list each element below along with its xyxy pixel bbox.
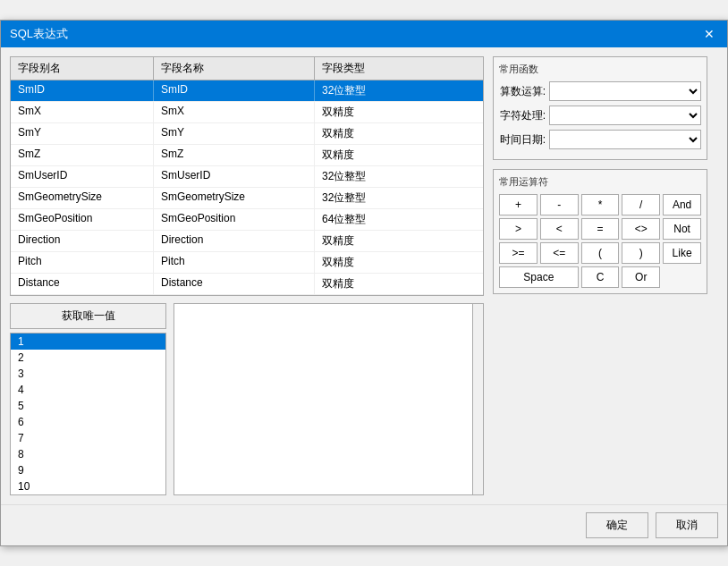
list-item[interactable]: 3: [11, 366, 165, 382]
title-bar: SQL表达式 ✕: [1, 21, 727, 47]
table-row[interactable]: SmX SmX 双精度: [11, 102, 483, 123]
expression-scrollbar[interactable]: [473, 303, 484, 495]
operator-button-[interactable]: >=: [499, 242, 538, 264]
expression-textarea[interactable]: [174, 303, 473, 495]
cell-alias: SmY: [11, 123, 154, 144]
cell-name: Direction: [154, 231, 315, 251]
list-item[interactable]: 1: [11, 334, 165, 350]
dialog-body: 字段别名 字段名称 字段类型 SmID SmID 32位整型 SmX SmX 双…: [1, 47, 727, 504]
table-row[interactable]: Pitch Pitch 双精度: [11, 252, 483, 274]
values-list[interactable]: 12345678910: [10, 333, 166, 495]
cell-name: SmY: [154, 123, 315, 144]
cell-name: SmGeoPosition: [154, 209, 315, 230]
field-table: 字段别名 字段名称 字段类型 SmID SmID 32位整型 SmX SmX 双…: [10, 56, 484, 296]
left-panel: 字段别名 字段名称 字段类型 SmID SmID 32位整型 SmX SmX 双…: [10, 56, 484, 495]
table-row[interactable]: Direction Direction 双精度: [11, 231, 483, 252]
cell-type: 双精度: [315, 231, 483, 251]
cell-type: 双精度: [315, 123, 483, 144]
operator-button-[interactable]: (: [581, 242, 620, 264]
operator-button-or[interactable]: Or: [622, 266, 660, 288]
bottom-left: 获取唯一值 12345678910: [10, 303, 484, 495]
list-item[interactable]: 9: [11, 462, 165, 478]
operator-button-[interactable]: *: [581, 194, 620, 215]
col-header-name: 字段名称: [154, 57, 315, 80]
table-row[interactable]: Distance Distance 双精度: [11, 274, 483, 295]
common-functions-section: 常用函数 算数运算: 字符处理: 时间日期:: [493, 56, 707, 160]
table-row[interactable]: SmGeoPosition SmGeoPosition 64位整型: [11, 209, 483, 231]
ok-button[interactable]: 确定: [586, 512, 648, 538]
list-item[interactable]: 8: [11, 446, 165, 462]
get-unique-button[interactable]: 获取唯一值: [10, 303, 166, 329]
value-panel: 获取唯一值 12345678910: [10, 303, 166, 495]
operator-button-like[interactable]: Like: [663, 242, 701, 264]
list-item[interactable]: 4: [11, 382, 165, 398]
cell-alias: SmID: [11, 80, 154, 101]
operator-button-[interactable]: >: [499, 218, 538, 240]
table-body: SmID SmID 32位整型 SmX SmX 双精度 SmY SmY 双精度 …: [11, 80, 483, 295]
cell-alias: Pitch: [11, 252, 154, 273]
table-row[interactable]: SmUserID SmUserID 32位整型: [11, 166, 483, 188]
cell-type: 双精度: [315, 102, 483, 122]
table-row[interactable]: SmGeometrySize SmGeometrySize 32位整型: [11, 188, 483, 209]
operator-button-[interactable]: =: [581, 218, 620, 240]
list-item[interactable]: 5: [11, 398, 165, 414]
cell-type: 32位整型: [315, 166, 483, 187]
sql-expression-dialog: SQL表达式 ✕ 字段别名 字段名称 字段类型 SmID SmID 32位整型 …: [0, 20, 728, 546]
operator-button-[interactable]: -: [540, 194, 579, 215]
dialog-title: SQL表达式: [10, 26, 68, 42]
cancel-button[interactable]: 取消: [656, 512, 718, 538]
dialog-footer: 确定 取消: [1, 504, 727, 545]
table-row[interactable]: SmID SmID 32位整型: [11, 80, 483, 102]
cell-alias: SmGeoPosition: [11, 209, 154, 230]
operator-button-[interactable]: ): [622, 242, 660, 264]
operator-button-c[interactable]: C: [581, 266, 620, 288]
list-item[interactable]: 7: [11, 430, 165, 446]
datetime-select[interactable]: [549, 130, 701, 149]
cell-type: 64位整型: [315, 209, 483, 230]
col-header-type: 字段类型: [315, 57, 483, 80]
cell-type: 双精度: [315, 274, 483, 294]
cell-alias: SmGeometrySize: [11, 188, 154, 208]
datetime-row: 时间日期:: [499, 130, 701, 149]
operators-grid: +-*/And><=<>Not>=<=()LikeSpaceCOr: [499, 194, 701, 288]
close-button[interactable]: ✕: [700, 27, 718, 41]
operator-button-[interactable]: <=: [540, 242, 579, 264]
operator-button-not[interactable]: Not: [663, 218, 701, 240]
math-label: 算数运算:: [499, 84, 546, 99]
cell-name: Distance: [154, 274, 315, 294]
list-item[interactable]: 6: [11, 414, 165, 430]
table-row[interactable]: SmY SmY 双精度: [11, 123, 483, 145]
operator-button-space[interactable]: Space: [499, 266, 579, 288]
list-item[interactable]: 2: [11, 350, 165, 366]
col-header-alias: 字段别名: [11, 57, 154, 80]
expression-wrapper: [174, 303, 484, 495]
cell-name: SmID: [154, 80, 315, 101]
operator-button-[interactable]: /: [622, 194, 660, 215]
math-select[interactable]: [549, 81, 701, 101]
cell-alias: SmX: [11, 102, 154, 122]
operator-button-[interactable]: <: [540, 218, 579, 240]
operator-button-and[interactable]: And: [663, 194, 701, 215]
right-panel: 常用函数 算数运算: 字符处理: 时间日期: 常用运算符 +-*/And><=<…: [493, 56, 707, 495]
cell-alias: SmZ: [11, 145, 154, 165]
cell-type: 双精度: [315, 252, 483, 273]
list-item[interactable]: 10: [11, 478, 165, 494]
cell-alias: Direction: [11, 231, 154, 251]
common-operators-section: 常用运算符 +-*/And><=<>Not>=<=()LikeSpaceCOr: [493, 169, 707, 294]
math-row: 算数运算:: [499, 81, 701, 101]
string-select[interactable]: [549, 106, 701, 125]
cell-type: 双精度: [315, 145, 483, 165]
operator-button-[interactable]: <>: [622, 218, 660, 240]
table-row[interactable]: SmZ SmZ 双精度: [11, 145, 483, 166]
cell-name: SmUserID: [154, 166, 315, 187]
cell-name: SmZ: [154, 145, 315, 165]
table-header: 字段别名 字段名称 字段类型: [11, 57, 483, 80]
cell-alias: SmUserID: [11, 166, 154, 187]
string-label: 字符处理:: [499, 108, 546, 123]
datetime-label: 时间日期:: [499, 132, 546, 148]
cell-name: SmGeometrySize: [154, 188, 315, 208]
cell-type: 32位整型: [315, 188, 483, 208]
operators-title: 常用运算符: [499, 175, 701, 189]
cell-type: 32位整型: [315, 80, 483, 101]
operator-button-[interactable]: +: [499, 194, 538, 215]
